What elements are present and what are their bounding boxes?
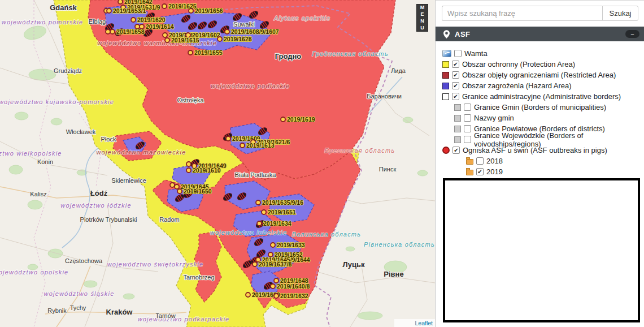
outbreak-marker[interactable] — [163, 33, 167, 37]
outbreak-label: 2019/1650 — [184, 188, 212, 195]
layer-row-3[interactable]: ✔Obszar zagrożenia (Hazard Area) — [436, 80, 644, 91]
region-label: Брестская область — [325, 147, 395, 154]
sq-gray-icon — [454, 115, 461, 122]
leaflet-attribution[interactable]: Leaflet — [394, 319, 435, 327]
layer-row-5[interactable]: Granice Gmin (Borders of municipalities) — [436, 102, 644, 113]
layer-checkbox-0[interactable] — [454, 50, 462, 57]
outbreak-marker[interactable] — [274, 294, 279, 298]
outbreak-marker[interactable] — [256, 200, 260, 205]
outbreak-marker[interactable] — [240, 143, 245, 148]
outbreak-marker[interactable] — [262, 210, 266, 214]
outbreak-marker[interactable] — [226, 136, 230, 141]
outbreak-label: 2019/1656 — [195, 7, 223, 14]
layer-checkbox-7[interactable] — [464, 125, 471, 132]
search-input[interactable] — [442, 6, 602, 21]
outbreak-marker[interactable] — [271, 243, 275, 247]
outbreak-marker[interactable] — [246, 292, 250, 297]
layer-checkbox-3[interactable]: ✔ — [452, 82, 459, 89]
outbreak-dot[interactable] — [170, 183, 175, 187]
outbreak-marker[interactable] — [217, 37, 222, 41]
layer-checkbox-9[interactable]: ✔ — [452, 147, 460, 154]
layer-label: Obszar ochronny (Protection Area) — [462, 60, 575, 68]
outbreak-marker[interactable] — [189, 8, 193, 13]
city-label: Grudziądz — [54, 67, 82, 74]
layer-row-1[interactable]: ✔Obszar ochronny (Protection Area) — [436, 59, 644, 70]
outbreak-marker[interactable] — [110, 29, 115, 34]
outbreak-marker[interactable] — [107, 8, 111, 13]
city-label: Częstochowa — [65, 257, 103, 264]
outbreak-label: 2019/1613 — [246, 142, 275, 149]
layer-label: Ogniska ASF u świń (ASF outbreaks in pig… — [463, 146, 607, 154]
asf-panel-header[interactable]: ASF − — [436, 27, 644, 41]
layer-label: Granice Gmin (Borders of municipalities) — [474, 103, 606, 111]
region-label: województwo świętokrzyskie — [107, 261, 204, 268]
outbreak-marker[interactable] — [188, 50, 193, 55]
city-label: Rybnik — [47, 307, 67, 314]
outbreak-marker[interactable] — [257, 221, 262, 226]
outbreak-marker[interactable] — [186, 168, 191, 173]
outbreak-dot[interactable] — [186, 162, 191, 166]
region-label: województwo opolskie — [0, 269, 68, 276]
outbreak-marker[interactable] — [118, 0, 123, 4]
sq-yellow-icon — [442, 61, 449, 68]
outbreak-marker[interactable] — [131, 18, 136, 22]
city-label: Łódź — [90, 189, 108, 197]
outbreak-marker[interactable] — [253, 262, 257, 266]
search-row: Szukaj — [442, 6, 638, 21]
outbreak-label: 2019/1653/1 — [113, 7, 146, 14]
outbreak-marker[interactable] — [175, 184, 179, 189]
city-label: Kraków — [106, 308, 133, 316]
outbreak-marker[interactable] — [225, 29, 229, 34]
outbreak-marker[interactable] — [177, 189, 182, 193]
layer-checkbox-11[interactable]: ✔ — [476, 168, 484, 175]
sq-gray-icon — [454, 126, 461, 132]
layer-row-4[interactable]: ✔Granice administracyjne (Administrative… — [436, 91, 644, 102]
city-label: Gdańsk — [50, 3, 77, 12]
layer-checkbox-2[interactable]: ✔ — [452, 71, 459, 79]
layer-row-11[interactable]: ✔2019 — [436, 166, 644, 177]
layer-label: Wamta — [464, 49, 488, 58]
outbreak-label: 2019/1609 — [232, 135, 260, 142]
region-label: województwo podkarpackie — [138, 316, 230, 322]
layer-row-6[interactable]: Nazwy gmin — [436, 113, 644, 123]
layer-checkbox-10[interactable] — [476, 157, 484, 165]
layer-row-8[interactable]: Granice Wojewódzkie (Borders of voivodsh… — [436, 134, 644, 145]
outbreak-dot[interactable] — [106, 29, 110, 34]
layer-checkbox-5[interactable] — [464, 104, 471, 111]
outbreak-label: 2019/1637/8 — [259, 261, 292, 268]
search-button[interactable]: Szukaj — [602, 6, 638, 21]
outbreak-marker[interactable] — [271, 284, 275, 289]
map-pin-icon — [443, 30, 450, 38]
layer-checkbox-4[interactable]: ✔ — [452, 93, 459, 100]
layer-checkbox-8[interactable] — [464, 136, 471, 143]
outbreak-marker[interactable] — [162, 4, 167, 8]
city-label: Kalisz — [30, 191, 46, 197]
outbreak-marker[interactable] — [165, 38, 169, 42]
outbreak-marker[interactable] — [281, 117, 285, 122]
map-canvas[interactable]: województwo pomorskiewojewództwo warmińs… — [0, 0, 435, 327]
layer-label: Obszar objęty ograniczeniami (Restricted… — [462, 71, 616, 79]
layer-row-0[interactable]: Wamta — [436, 48, 644, 59]
outbreak-label: 2019/1614 — [146, 23, 174, 30]
outbreak-label: 2019/1658 — [116, 28, 145, 35]
collapse-button[interactable]: − — [625, 30, 639, 38]
layer-checkbox-6[interactable] — [464, 114, 471, 122]
outbreak-marker[interactable] — [274, 278, 279, 283]
menu-tab[interactable]: MENU — [416, 4, 428, 32]
city-label: Ostrołęka — [177, 97, 204, 104]
layer-row-2[interactable]: ✔Obszar objęty ograniczeniami (Restricte… — [436, 70, 644, 80]
region-label: województwo śląskie — [44, 290, 115, 297]
city-label: Radom — [159, 216, 179, 223]
city-label: Пинск — [379, 166, 397, 173]
city-label: Tychy — [70, 304, 86, 311]
sq-white-icon — [442, 93, 449, 100]
layer-checkbox-1[interactable]: ✔ — [452, 61, 459, 68]
region-label: województwo wielkopolskie — [0, 150, 62, 157]
layer-row-10[interactable]: 2018 — [436, 156, 644, 166]
outbreak-label: 2019/1619 — [287, 116, 315, 123]
city-label: Piotrków Trybunalski — [80, 216, 137, 223]
wamta-icon — [442, 50, 451, 57]
asf-map-app: województwo pomorskiewojewództwo warmińs… — [0, 0, 644, 327]
map-area[interactable]: województwo pomorskiewojewództwo warmińs… — [0, 0, 435, 327]
region-label: Рівненська область — [364, 241, 435, 248]
